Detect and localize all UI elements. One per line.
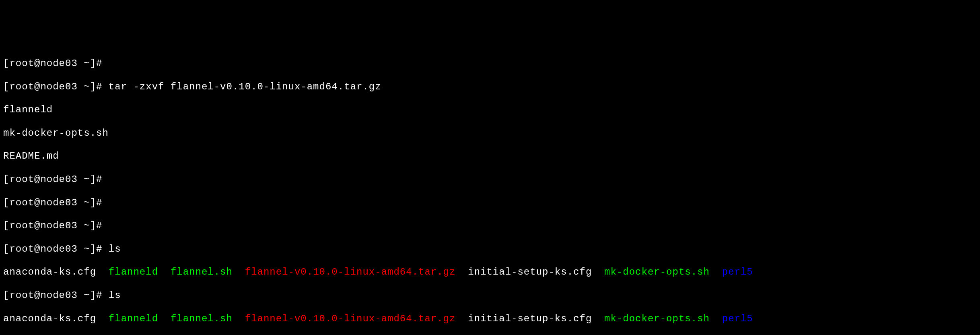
shell-prompt: [root@node03 ~]#	[3, 58, 102, 69]
ls-command-line: [root@node03 ~]# ls	[3, 244, 980, 255]
ls-output-line-2: anaconda-ks.cfg flanneld flannel.sh flan…	[3, 313, 980, 325]
ls-file-mkdocker: mk-docker-opts.sh	[604, 313, 710, 324]
ls-file-perl5: perl5	[722, 267, 753, 277]
tar-file-2: mk-docker-opts.sh	[3, 128, 109, 139]
prompt-line: [root@node03 ~]#	[3, 220, 980, 232]
ls-file-initial: initial-setup-ks.cfg	[468, 267, 592, 277]
ls-file-mkdocker: mk-docker-opts.sh	[604, 267, 710, 277]
tar-command-line: [root@node03 ~]# tar -zxvf flannel-v0.10…	[3, 81, 980, 93]
tar-command: tar -zxvf flannel-v0.10.0-linux-amd64.ta…	[109, 81, 381, 92]
prompt-line: [root@node03 ~]#	[3, 174, 980, 186]
tar-file-3: README.md	[3, 151, 59, 161]
shell-prompt: [root@node03 ~]#	[3, 290, 102, 301]
tar-output-line: flanneld	[3, 104, 980, 116]
ls-file-perl5: perl5	[722, 313, 753, 324]
ls-file-flanneld: flanneld	[109, 267, 158, 277]
shell-prompt: [root@node03 ~]#	[3, 220, 102, 231]
prompt-line: [root@node03 ~]#	[3, 58, 980, 70]
shell-prompt: [root@node03 ~]#	[3, 81, 102, 92]
ls-command: ls	[109, 244, 121, 254]
shell-prompt: [root@node03 ~]#	[3, 244, 102, 254]
shell-prompt: [root@node03 ~]#	[3, 174, 102, 185]
ls-output-line-1: anaconda-ks.cfg flanneld flannel.sh flan…	[3, 267, 980, 278]
tar-output-line: mk-docker-opts.sh	[3, 128, 980, 139]
tar-output-line: README.md	[3, 151, 980, 162]
ls-file-flannelsh: flannel.sh	[171, 267, 233, 277]
ls-file-initial: initial-setup-ks.cfg	[468, 313, 592, 324]
ls-command-line-2: [root@node03 ~]# ls	[3, 290, 980, 302]
ls-file-flannelsh: flannel.sh	[171, 313, 233, 324]
ls-file-targz: flannel-v0.10.0-linux-amd64.tar.gz	[245, 267, 456, 277]
tar-file-1: flanneld	[3, 104, 53, 115]
shell-prompt: [root@node03 ~]#	[3, 197, 102, 208]
ls-file-targz: flannel-v0.10.0-linux-amd64.tar.gz	[245, 313, 456, 324]
ls-file-anaconda: anaconda-ks.cfg	[3, 267, 96, 277]
ls-command: ls	[109, 290, 121, 301]
ls-file-flanneld: flanneld	[109, 313, 158, 324]
terminal-output[interactable]: [root@node03 ~]# [root@node03 ~]# tar -z…	[3, 46, 980, 335]
prompt-line: [root@node03 ~]#	[3, 197, 980, 209]
ls-file-anaconda: anaconda-ks.cfg	[3, 313, 96, 324]
